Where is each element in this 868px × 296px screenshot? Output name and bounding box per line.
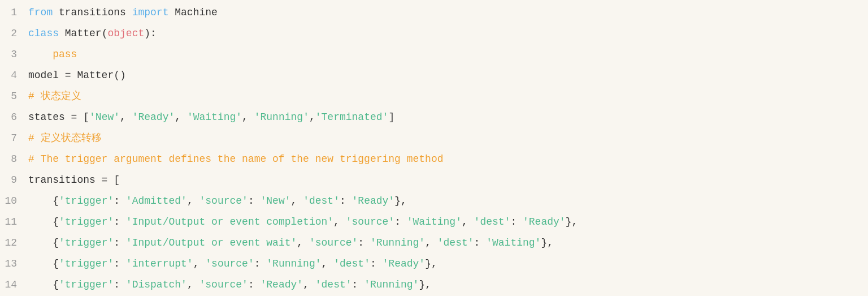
code-line: 13 {'trigger': 'interrupt', 'source': 'R… (0, 254, 868, 274)
line-content: {'trigger': 'interrupt', 'source': 'Runn… (28, 254, 868, 274)
token: : (114, 216, 126, 228)
token: 'dest' (333, 258, 370, 269)
token: , (309, 111, 315, 123)
token: 'dest' (437, 237, 474, 248)
token: , (193, 258, 206, 269)
token: : (114, 237, 126, 248)
token: , (462, 216, 474, 228)
token: }, (541, 237, 553, 248)
token: : (370, 258, 383, 269)
token: { (28, 237, 59, 248)
token: 'source' (205, 258, 254, 269)
token: 'source' (346, 216, 394, 228)
line-number: 11 (0, 212, 28, 233)
line-content: pass (28, 44, 868, 65)
token: , (322, 258, 334, 269)
token: 'Running' (266, 258, 321, 269)
token: model = Matter() (28, 70, 126, 81)
token: : (340, 195, 352, 207)
token: 'Running' (364, 279, 419, 290)
token: , (242, 111, 254, 123)
token: pass (53, 49, 77, 60)
line-content: {'trigger': 'Dispatch', 'source': 'Ready… (28, 274, 868, 295)
token: : (358, 237, 370, 248)
line-number: 1 (0, 2, 28, 23)
token: 'New' (261, 195, 291, 207)
line-content: # 定义状态转移 (28, 128, 868, 149)
line-content: {'trigger': 'Input/Output or event compl… (28, 212, 868, 233)
line-number: 12 (0, 233, 28, 254)
code-line: 11 {'trigger': 'Input/Output or event co… (0, 212, 868, 233)
token: 'Ready' (523, 216, 566, 228)
token: : (114, 279, 126, 290)
line-number: 8 (0, 149, 28, 170)
token: 'Ready' (132, 111, 175, 123)
token: states = [ (28, 111, 89, 123)
token: , (297, 237, 309, 248)
token: 'Running' (254, 111, 309, 123)
token: , (333, 216, 346, 228)
token: from (28, 7, 53, 18)
token: # 状态定义 (28, 91, 81, 102)
token: { (28, 258, 59, 269)
token: : (248, 279, 261, 290)
token: 'source' (199, 279, 248, 290)
code-line: 12 {'trigger': 'Input/Output or event wa… (0, 233, 868, 254)
token: 'Waiting' (187, 111, 242, 123)
token: 'Input/Output or event completion' (126, 216, 333, 228)
token: : (510, 216, 523, 228)
token: 'trigger' (59, 258, 114, 269)
token: , (303, 279, 315, 290)
line-content: from transitions import Machine (28, 2, 868, 23)
token: 'source' (309, 237, 358, 248)
token: { (28, 216, 59, 228)
token: , (120, 111, 132, 123)
token: { (28, 195, 59, 207)
line-content: transitions = [ (28, 170, 868, 191)
line-number: 3 (0, 44, 28, 65)
line-number: 7 (0, 128, 28, 149)
token: 'dest' (474, 216, 511, 228)
code-line: 2class Matter(object): (0, 23, 868, 44)
token: transitions (53, 7, 132, 18)
token: transitions = [ (28, 174, 120, 186)
line-number: 4 (0, 65, 28, 86)
token: }, (425, 258, 437, 269)
line-content: class Matter(object): (28, 23, 868, 44)
code-line: 14 {'trigger': 'Dispatch', 'source': 'Re… (0, 274, 868, 295)
token: 'Ready' (261, 279, 303, 290)
token: 'dest' (303, 195, 340, 207)
code-line: 6states = ['New', 'Ready', 'Waiting', 'R… (0, 107, 868, 128)
token: 'interrupt' (126, 258, 193, 269)
token: }, (566, 216, 578, 228)
token: : (394, 216, 407, 228)
token: 'Waiting' (407, 216, 462, 228)
code-line: 5# 状态定义 (0, 86, 868, 107)
line-number: 13 (0, 254, 28, 274)
token: 'Admitted' (126, 195, 187, 207)
token: ] (388, 111, 394, 123)
token: 'Dispatch' (126, 279, 187, 290)
token: 'trigger' (59, 237, 114, 248)
token: : (474, 237, 487, 248)
token: , (425, 237, 437, 248)
token: 'Terminated' (315, 111, 389, 123)
token: : (114, 195, 126, 207)
token: object (107, 28, 144, 39)
token: }, (394, 195, 407, 207)
token: # 定义状态转移 (28, 132, 102, 144)
token: , (187, 195, 199, 207)
token: 'trigger' (59, 279, 114, 290)
token: 'New' (89, 111, 120, 123)
line-content: states = ['New', 'Ready', 'Waiting', 'Ru… (28, 107, 868, 128)
token: , (291, 195, 303, 207)
code-line: 1from transitions import Machine (0, 2, 868, 23)
token: }, (419, 279, 431, 290)
line-number: 14 (0, 274, 28, 295)
code-editor: 1from transitions import Machine2class M… (0, 0, 868, 296)
token: import (132, 7, 169, 18)
token: : (114, 258, 126, 269)
token: class (28, 28, 59, 39)
line-content: model = Matter() (28, 65, 868, 86)
token: 'source' (199, 195, 248, 207)
